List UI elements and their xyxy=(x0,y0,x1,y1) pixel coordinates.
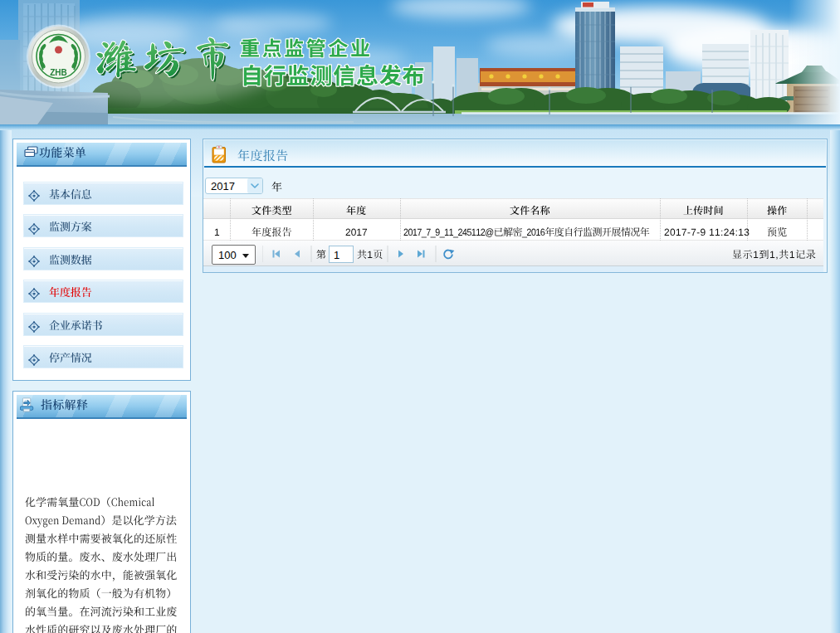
svg-text:ZHB: ZHB xyxy=(50,68,67,77)
